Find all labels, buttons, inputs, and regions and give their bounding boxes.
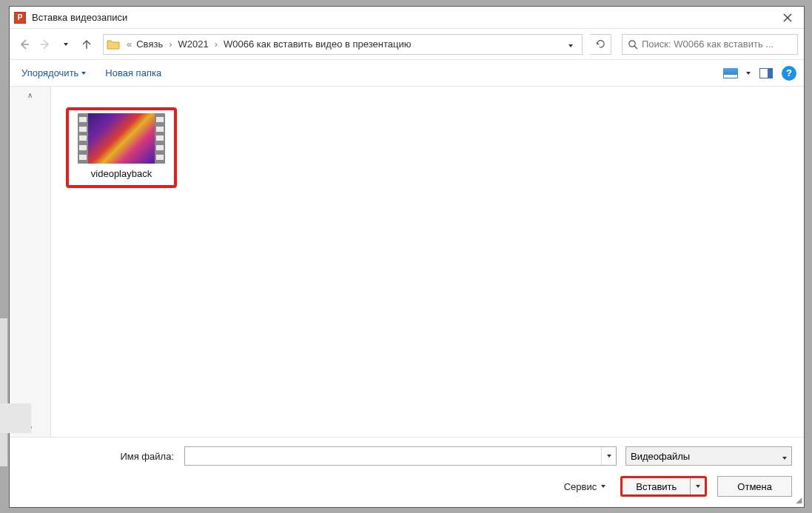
forward-button[interactable] [36, 36, 54, 53]
view-options-button[interactable] [722, 67, 739, 80]
insert-split-button: Вставить [620, 476, 707, 497]
help-icon: ? [786, 67, 792, 78]
preview-pane-icon [759, 68, 773, 78]
cancel-button[interactable]: Отмена [717, 476, 792, 497]
insert-video-dialog: P Вставка видеозаписи [9, 6, 805, 508]
file-type-filter[interactable]: Видеофайлы [625, 446, 792, 466]
folder-tree-pane[interactable]: ∧ ∨ [10, 87, 51, 437]
chevron-right-icon: › [169, 38, 172, 50]
filmstrip-icon [155, 113, 165, 164]
close-icon [783, 13, 792, 22]
back-button[interactable] [16, 36, 33, 53]
chevron-down-icon [607, 455, 611, 457]
address-bar[interactable]: « Связь › W2021 › W0066 как вставить вид… [103, 34, 583, 55]
powerpoint-icon: P [14, 12, 26, 24]
chevron-right-icon: › [215, 38, 218, 50]
organize-label: Упорядочить [21, 67, 78, 78]
insert-options-dropdown[interactable] [690, 478, 705, 494]
background-strip [0, 403, 31, 433]
chevron-down-icon [696, 485, 700, 488]
folder-icon [107, 38, 120, 51]
filmstrip-icon [78, 113, 88, 164]
filename-history-dropdown[interactable] [601, 447, 616, 465]
arrow-up-icon [80, 38, 93, 51]
file-type-label: Видеофайлы [631, 451, 690, 462]
up-button[interactable] [78, 36, 95, 53]
chevron-down-icon [81, 72, 86, 75]
refresh-icon [595, 38, 606, 50]
background-strip [0, 318, 7, 466]
filename-combo[interactable] [184, 446, 617, 466]
video-thumbnail [78, 113, 165, 164]
new-folder-button[interactable]: Новая папка [101, 64, 166, 81]
chevron-down-icon [601, 485, 605, 488]
arrow-right-icon [38, 38, 52, 51]
arrow-left-icon [18, 38, 31, 51]
insert-label: Вставить [636, 481, 677, 492]
address-dropdown[interactable] [563, 38, 579, 50]
resize-grip[interactable]: ◢ [796, 495, 802, 505]
filename-input[interactable] [185, 447, 601, 465]
breadcrumb-prefix: « [124, 38, 134, 50]
tools-button[interactable]: Сервис [564, 481, 606, 492]
search-icon [624, 39, 642, 50]
nav-row: « Связь › W2021 › W0066 как вставить вид… [10, 29, 804, 60]
toolbar: Упорядочить Новая папка ? [10, 60, 804, 87]
preview-pane-button[interactable] [758, 67, 774, 80]
chevron-down-icon [568, 44, 573, 47]
chevron-down-icon[interactable] [746, 72, 751, 75]
breadcrumb-seg-2[interactable]: W2021 [176, 38, 211, 50]
breadcrumb-seg-3[interactable]: W0066 как вставить видео в презентацию [221, 38, 413, 50]
cancel-label: Отмена [737, 481, 772, 492]
content-area: ∧ ∨ videoplayback [10, 87, 804, 437]
titlebar: P Вставка видеозаписи [10, 7, 804, 29]
tree-scroll-up[interactable]: ∧ [27, 91, 33, 99]
filename-label: Имя файла: [21, 451, 184, 462]
help-button[interactable]: ? [782, 66, 796, 81]
organize-button[interactable]: Упорядочить [17, 64, 90, 81]
svg-line-6 [634, 46, 637, 49]
filter-dropdown-arrow [782, 451, 787, 462]
tools-label: Сервис [564, 481, 597, 492]
file-item[interactable]: videoplayback [66, 107, 177, 188]
picture-icon [723, 68, 738, 78]
close-button[interactable] [771, 7, 804, 29]
file-name-label: videoplayback [73, 168, 170, 179]
search-input[interactable] [642, 38, 796, 50]
search-box[interactable] [622, 34, 798, 55]
breadcrumb-seg-1[interactable]: Связь [134, 38, 165, 50]
refresh-button[interactable] [590, 34, 611, 55]
dialog-title: Вставка видеозаписи [32, 12, 127, 23]
recent-locations[interactable] [57, 36, 75, 53]
chevron-down-icon [782, 457, 787, 460]
file-list[interactable]: videoplayback [51, 87, 804, 437]
footer: Имя файла: Видеофайлы Сервис Вставить [10, 437, 804, 507]
new-folder-label: Новая папка [105, 67, 161, 78]
chevron-down-icon [64, 43, 68, 46]
svg-point-5 [629, 40, 635, 46]
insert-button[interactable]: Вставить [623, 478, 690, 494]
